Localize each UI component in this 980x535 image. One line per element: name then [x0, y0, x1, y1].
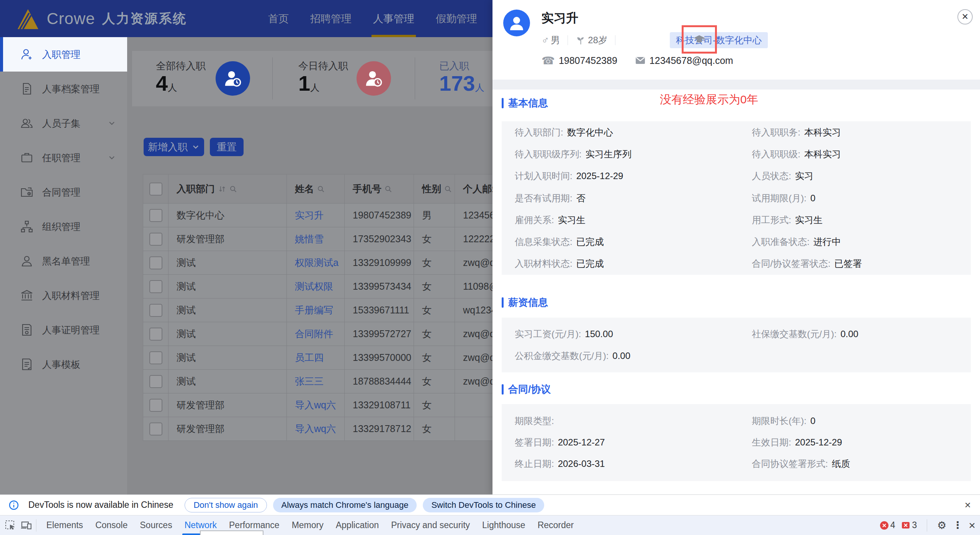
sidebar-item-onboarding-materials[interactable]: 入职材料管理 [0, 278, 127, 313]
phone-cell: 13329109999 [345, 251, 414, 274]
stats-divider [272, 57, 273, 99]
avatar [503, 10, 530, 36]
row-checkbox[interactable] [149, 256, 162, 269]
detail-field: 用工形式: 实习生 [752, 209, 971, 231]
switch-to-chinese-button[interactable]: Switch DevTools to Chinese [423, 498, 544, 512]
section-title-salary: 薪资信息 [502, 296, 548, 309]
table-header-cell[interactable]: 手机号 [345, 175, 414, 203]
employee-name-link[interactable]: 手册编写 [295, 304, 333, 316]
search-icon[interactable] [229, 185, 237, 193]
row-checkbox[interactable] [149, 280, 162, 293]
sort-icon[interactable] [218, 185, 226, 193]
row-checkbox[interactable] [149, 351, 162, 364]
nav-item[interactable]: 假勤管理 [433, 0, 480, 37]
sidebar-item-personnel-certificates[interactable]: 人事证明管理 [0, 313, 127, 347]
reset-button[interactable]: 重置 [210, 138, 244, 156]
inspect-element-icon[interactable] [5, 520, 16, 531]
sidebar-item-position-mgmt[interactable]: 任职管理 [0, 140, 127, 175]
devtools-tab-memory[interactable]: Memory [286, 515, 330, 535]
detail-field: 是否有试用期: 否 [515, 187, 752, 209]
row-checkbox[interactable] [149, 399, 162, 412]
employee-name-link[interactable]: 张三三 [295, 375, 324, 388]
org-chart-icon [20, 220, 34, 233]
sidebar-item-personnel-templates[interactable]: 人事模板 [0, 347, 127, 382]
gender-cell: 女 [414, 417, 455, 440]
template-icon [20, 357, 34, 371]
main-nav: 首页招聘管理人事管理假勤管理 [265, 0, 480, 37]
employee-name-link[interactable]: 姚惜雪 [295, 233, 324, 245]
phone-icon: ☎ [542, 54, 555, 67]
gender-value: 男 [551, 34, 560, 46]
sidebar-item-onboarding[interactable]: 入职管理 [0, 37, 127, 72]
crowe-triangle-icon [15, 6, 40, 31]
kebab-menu-icon[interactable]: ⋮ [952, 519, 962, 531]
sidebar-item-personnel-archives[interactable]: 人事档案管理 [0, 72, 127, 106]
row-checkbox[interactable] [149, 209, 162, 222]
nav-item[interactable]: 首页 [265, 0, 292, 37]
select-all-checkbox[interactable] [149, 183, 162, 196]
table-header-cell[interactable]: 性别 [414, 175, 455, 203]
person-clock-icon [357, 61, 391, 96]
search-icon[interactable] [317, 185, 325, 193]
devtools-tab-lighthouse[interactable]: Lighthouse [476, 515, 532, 535]
match-language-button[interactable]: Always match Chrome's language [273, 498, 417, 512]
employee-name-link[interactable]: 实习升 [295, 209, 324, 222]
drawer-close-button[interactable]: ✕ [957, 9, 973, 24]
nav-item[interactable]: 人事管理 [370, 0, 417, 37]
devtools-tab-privacy-and-security[interactable]: Privacy and security [385, 515, 476, 535]
device-toolbar-icon[interactable] [21, 520, 32, 531]
devtools-tab-recorder[interactable]: Recorder [532, 515, 580, 535]
sidebar-item-org-mgmt[interactable]: 组织管理 [0, 209, 127, 244]
search-icon[interactable] [384, 185, 392, 193]
person-icon [20, 254, 34, 268]
row-checkbox[interactable] [149, 375, 162, 388]
devtools-tab-console[interactable]: Console [89, 515, 134, 535]
detail-field: 社保缴交基数(元/月): 0.00 [752, 323, 971, 345]
dept-cell: 测试 [169, 370, 287, 393]
phone-cell: 19807452389 [345, 204, 414, 227]
devtools-close-icon[interactable]: × [969, 519, 975, 532]
close-icon: ✕ [962, 12, 969, 22]
phone-cell: 13399572727 [345, 322, 414, 346]
row-checkbox[interactable] [149, 328, 162, 341]
male-icon: ♂ [542, 34, 549, 46]
search-icon[interactable] [444, 185, 452, 193]
devtools-tab-application[interactable]: Application [330, 515, 385, 535]
employee-name-link[interactable]: 员工四 [295, 351, 324, 364]
row-checkbox[interactable] [149, 233, 162, 246]
hr-app: Crowe 人力资源系统 首页招聘管理人事管理假勤管理 入职管理 人事档案管理 … [0, 0, 980, 535]
issues-badge[interactable]: 3 [901, 520, 917, 530]
sidebar-item-blacklist-mgmt[interactable]: 黑名单管理 [0, 244, 127, 278]
dept-cell: 测试 [169, 346, 287, 369]
nav-item[interactable]: 招聘管理 [307, 0, 355, 37]
devtools-tab-sources[interactable]: Sources [134, 515, 178, 535]
employee-name-link[interactable]: 测试权限 [295, 280, 333, 293]
devtools-tab-elements[interactable]: Elements [40, 515, 89, 535]
employee-name-link[interactable]: 导入wq六 [295, 399, 336, 411]
brand-logo[interactable]: Crowe 人力资源系统 [15, 0, 187, 37]
detail-field: 计划入职时间: 2025-12-29 [515, 165, 752, 187]
certificate-icon [20, 323, 34, 337]
cutoff-dropdown [200, 530, 263, 535]
employee-name-link[interactable]: 合同附件 [295, 328, 333, 340]
gender-cell: 女 [414, 370, 455, 393]
employee-name-link[interactable]: 导入wq六 [295, 422, 336, 435]
table-header-cell[interactable]: 姓名 [287, 175, 345, 203]
row-checkbox[interactable] [149, 304, 162, 317]
detail-field: 期限类型: [515, 410, 752, 432]
employee-contact-row: ☎ 19807452389 12345678@qq.com [542, 53, 733, 68]
gear-icon[interactable]: ⚙ [937, 519, 946, 532]
sidebar-item-contract-mgmt[interactable]: 合同管理 [0, 175, 127, 209]
dept-cell: 研发管理部 [169, 227, 287, 251]
add-onboarding-button[interactable]: 新增入职 [144, 138, 204, 156]
table-header-cell[interactable]: 入职部门 [169, 175, 287, 203]
error-badge[interactable]: 4 [880, 520, 895, 530]
bank-icon [20, 289, 34, 302]
stats-divider [415, 57, 415, 99]
sidebar-item-person-subsets[interactable]: 人员子集 [0, 106, 127, 140]
basic-info-panel: 待入职部门: 数字化中心 待入职职务: 本科实习 待入职职级序列: 实习生序列 … [502, 121, 971, 275]
employee-name-link[interactable]: 权限测试a [295, 256, 339, 269]
infobar-close-icon[interactable]: × [965, 495, 971, 515]
row-checkbox[interactable] [149, 422, 162, 436]
dont-show-again-button[interactable]: Don't show again [185, 498, 267, 512]
